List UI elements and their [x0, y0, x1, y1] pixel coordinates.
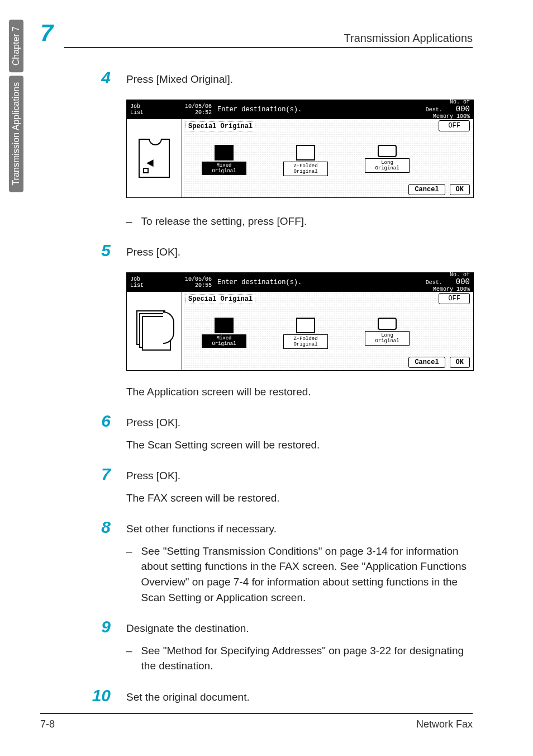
zfolded-original-button-1[interactable]: Z-Folded Original: [275, 145, 336, 176]
lcd-screenshot-1: Job List 10/05/06 20:52 Enter destinatio…: [126, 100, 474, 198]
cancel-button-1[interactable]: Cancel: [408, 184, 445, 195]
lcd-dest-count-2: 000: [456, 277, 470, 286]
step-9-num: 9: [88, 617, 111, 681]
step-8-text: Set other functions if necessary.: [126, 521, 473, 537]
dash-icon: –: [126, 214, 132, 229]
step-4-text: Press [Mixed Original].: [126, 72, 473, 87]
ok-button-1[interactable]: OK: [450, 184, 470, 195]
footer-doc: Network Fax: [416, 719, 473, 730]
tab-chapter: Chapter 7: [9, 20, 23, 72]
footer: 7-8 Network Fax: [40, 713, 473, 730]
job-list-label: Job List: [130, 103, 181, 116]
step-4: 4 Press [Mixed Original].: [88, 68, 473, 94]
lcd-date-2: 10/05/06: [185, 276, 212, 282]
long-original-button-1[interactable]: Long Original: [356, 145, 418, 176]
step-5-after-row: The Application screen will be restored.: [88, 381, 473, 407]
mixed-original-icon: [215, 145, 234, 160]
tab-section: Transmission Applications: [9, 75, 23, 192]
zfolded-original-label-2: Z-Folded Original: [283, 334, 328, 349]
step-10: 10 Set the original document.: [88, 686, 473, 712]
step-5: 5 Press [OK].: [88, 241, 473, 267]
step-7-num: 7: [88, 465, 111, 512]
step-7-text: Press [OK].: [126, 468, 473, 484]
long-original-label-2: Long Original: [365, 331, 410, 346]
job-list-tab-2[interactable]: Job List: [127, 273, 182, 292]
header-rule: [64, 47, 473, 48]
lcd-date-1: 10/05/06: [185, 103, 212, 110]
step-8-num: 8: [88, 518, 111, 612]
header-title: Transmission Applications: [344, 32, 473, 45]
off-button-2[interactable]: OFF: [439, 293, 470, 304]
step-6-after: The Scan Setting screen will be restored…: [126, 437, 473, 453]
long-original-label: Long Original: [365, 158, 410, 173]
lcd-prompt-1: Enter destination(s).: [212, 106, 426, 114]
step-9-text: Designate the destination.: [126, 621, 473, 636]
lcd-prompt-2: Enter destination(s).: [212, 278, 426, 286]
job-list-label-2: Job List: [130, 276, 181, 289]
off-button-1[interactable]: OFF: [439, 120, 470, 131]
page-root: 7 Transmission Applications Chapter 7 Tr…: [0, 0, 533, 756]
step-4-note: To release the setting, press [OFF].: [141, 214, 307, 229]
lcd-time-1: 20:52: [185, 110, 212, 116]
step-8-note: See "Setting Transmission Conditions" on…: [141, 544, 473, 605]
step-5-num: 5: [88, 241, 111, 267]
step-9: 9 Designate the destination. – See "Meth…: [88, 617, 473, 681]
footer-page: 7-8: [40, 719, 55, 730]
step-5-text: Press [OK].: [126, 244, 473, 260]
step-8: 8 Set other functions if necessary. – Se…: [88, 518, 473, 612]
step-5-after: The Application screen will be restored.: [126, 384, 473, 400]
mixed-original-label-2: Mixed Original: [202, 334, 246, 348]
mixed-original-icon-2: [215, 318, 234, 333]
step-6-num: 6: [88, 412, 111, 459]
step-4-note-row: – To release the setting, press [OFF].: [88, 208, 473, 236]
panel-title-1: Special Original: [185, 121, 255, 131]
zfolded-original-label: Z-Folded Original: [283, 162, 328, 176]
lcd-dest-count-1: 000: [456, 105, 470, 114]
ok-button-2[interactable]: OK: [450, 357, 470, 368]
mixed-original-button-2[interactable]: Mixed Original: [193, 318, 255, 349]
step-7: 7 Press [OK]. The FAX screen will be res…: [88, 465, 473, 512]
long-original-icon: [378, 145, 397, 157]
step-10-text: Set the original document.: [126, 689, 473, 705]
lcd-preview-2: [127, 292, 182, 370]
long-original-icon-2: [378, 318, 397, 330]
dash-icon-8: –: [126, 544, 132, 605]
step-7-after: The FAX screen will be restored.: [126, 490, 473, 506]
step-10-num: 10: [88, 686, 111, 712]
zfolded-original-icon: [296, 145, 315, 160]
zfolded-original-icon-2: [296, 318, 315, 333]
mixed-original-button-1[interactable]: Mixed Original: [193, 145, 255, 176]
step-6-text: Press [OK].: [126, 415, 473, 431]
step-6: 6 Press [OK]. The Scan Setting screen wi…: [88, 412, 473, 459]
dash-icon-9: –: [126, 643, 132, 674]
mixed-original-label: Mixed Original: [202, 162, 246, 175]
zfolded-original-button-2[interactable]: Z-Folded Original: [275, 318, 336, 349]
content: 4 Press [Mixed Original]. Job List 10/05…: [88, 68, 473, 717]
job-list-tab[interactable]: Job List: [127, 100, 182, 119]
lcd-time-2: 20:55: [185, 282, 212, 289]
cancel-button-2[interactable]: Cancel: [408, 357, 445, 368]
side-tabs: Chapter 7 Transmission Applications: [9, 20, 23, 192]
lcd-preview-1: ◄: [127, 119, 182, 197]
step-9-note: See "Method for Specifying Addresses" on…: [141, 643, 473, 674]
side-number: 7: [40, 20, 53, 46]
long-original-button-2[interactable]: Long Original: [356, 318, 418, 349]
lcd-screenshot-2: Job List 10/05/06 20:55 Enter destinatio…: [126, 272, 474, 371]
panel-title-2: Special Original: [185, 294, 255, 304]
step-4-num: 4: [88, 68, 111, 94]
